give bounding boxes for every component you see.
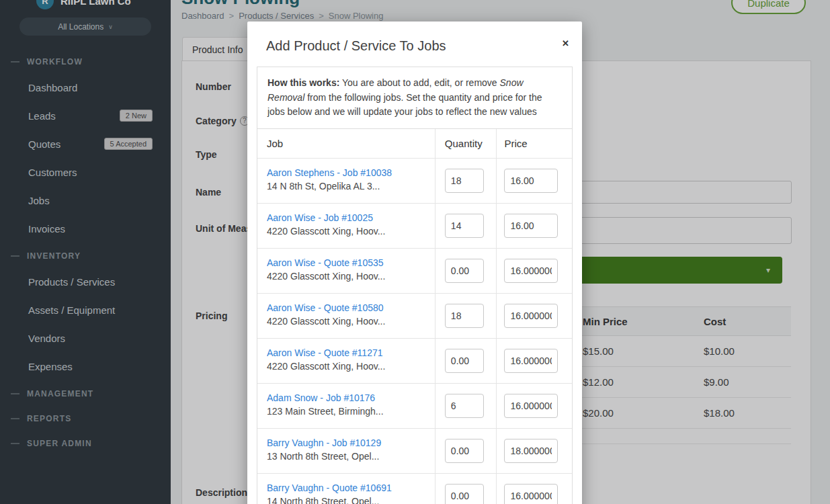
job-row: Barry Vaughn - Quote #10691 14 North 8th… — [257, 474, 572, 504]
job-address: 4220 Glasscott Xing, Hoov... — [267, 226, 425, 237]
price-column-header: Price — [497, 129, 572, 158]
job-row: Adam Snow - Job #10176 123 Main Street, … — [257, 384, 572, 429]
price-input[interactable] — [504, 349, 558, 373]
quantity-input[interactable] — [445, 259, 484, 283]
job-row: Aaron Wise - Quote #10580 4220 Glasscott… — [257, 294, 572, 339]
job-row: Aaron Stephens - Job #10038 14 N 8th St,… — [257, 159, 572, 204]
info-text: You are about to add, edit, or remove — [339, 77, 499, 88]
job-column-header: Job — [257, 129, 435, 158]
price-input[interactable] — [504, 259, 558, 283]
price-input[interactable] — [504, 169, 558, 193]
modal-title: Add Product / Service To Jobs — [266, 38, 563, 54]
quantity-input[interactable] — [445, 439, 484, 463]
job-link[interactable]: Aaron Wise - Quote #10535 — [267, 257, 425, 268]
quantity-input[interactable] — [445, 394, 484, 418]
info-text: from the following jobs. Set the quantit… — [267, 92, 542, 118]
job-link[interactable]: Aaron Stephens - Job #10038 — [267, 167, 425, 178]
job-address: 123 Main Street, Birmingh... — [267, 406, 425, 417]
job-row: Aaron Wise - Quote #11271 4220 Glasscott… — [257, 339, 572, 384]
quantity-input[interactable] — [445, 484, 484, 504]
close-icon[interactable]: ✕ — [562, 38, 569, 48]
jobs-table-header: Job Quantity Price — [257, 129, 572, 159]
job-link[interactable]: Aaron Wise - Quote #11271 — [267, 347, 425, 358]
quantity-column-header: Quantity — [435, 129, 497, 158]
job-link[interactable]: Aaron Wise - Job #10025 — [267, 212, 425, 223]
info-lead: How this works: — [267, 77, 339, 88]
job-address: 14 N 8th St, Opelika AL 3... — [267, 181, 425, 192]
quantity-input[interactable] — [445, 169, 484, 193]
price-input[interactable] — [504, 214, 558, 238]
job-address: 4220 Glasscott Xing, Hoov... — [267, 361, 425, 372]
job-link[interactable]: Adam Snow - Job #10176 — [267, 392, 425, 403]
job-row: Aaron Wise - Quote #10535 4220 Glasscott… — [257, 249, 572, 294]
price-input[interactable] — [504, 304, 558, 328]
quantity-input[interactable] — [445, 349, 484, 373]
quantity-input[interactable] — [445, 214, 484, 238]
job-address: 13 North 8th Street, Opel... — [267, 451, 425, 462]
modal-body: How this works: You are about to add, ed… — [247, 65, 582, 504]
job-row: Aaron Wise - Job #10025 4220 Glasscott X… — [257, 204, 572, 249]
job-address: 14 North 8th Street, Opel... — [267, 496, 425, 504]
add-product-to-jobs-modal: Add Product / Service To Jobs ✕ How this… — [247, 22, 582, 504]
modal-header: Add Product / Service To Jobs ✕ — [247, 22, 582, 65]
price-input[interactable] — [504, 484, 558, 504]
job-address: 4220 Glasscott Xing, Hoov... — [267, 271, 425, 282]
job-link[interactable]: Aaron Wise - Quote #10580 — [267, 302, 425, 313]
job-row: Barry Vaughn - Job #10129 13 North 8th S… — [257, 429, 572, 474]
quantity-input[interactable] — [445, 304, 484, 328]
job-link[interactable]: Barry Vaughn - Quote #10691 — [267, 482, 425, 493]
jobs-table: Job Quantity Price Aaron Stephens - Job … — [257, 129, 573, 504]
job-address: 4220 Glasscott Xing, Hoov... — [267, 316, 425, 327]
price-input[interactable] — [504, 439, 558, 463]
how-this-works-info: How this works: You are about to add, ed… — [257, 67, 573, 129]
job-link[interactable]: Barry Vaughn - Job #10129 — [267, 437, 425, 448]
price-input[interactable] — [504, 394, 558, 418]
